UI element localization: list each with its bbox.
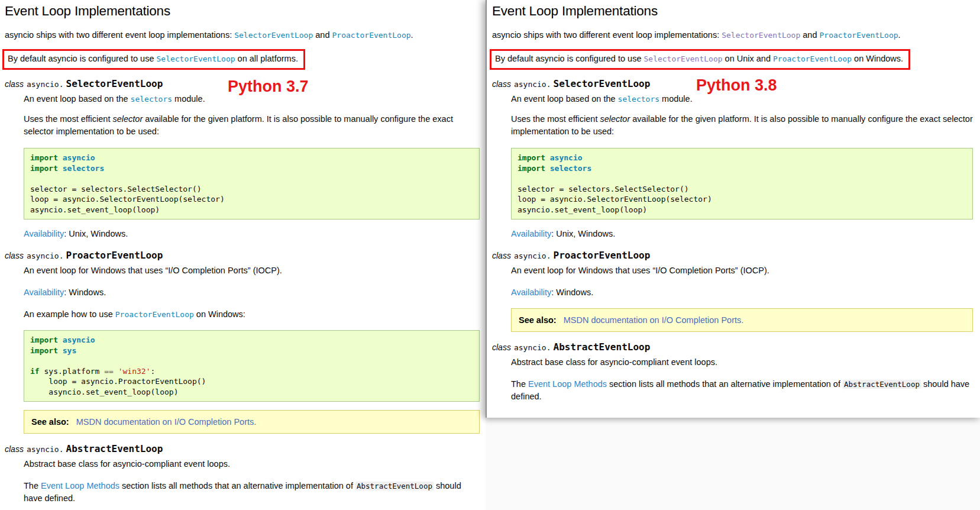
class-body: An event loop for Windows that uses “I/O…	[24, 264, 480, 434]
code-line: if sys.platform == 'win32':	[30, 366, 473, 377]
proactoreventloop-class-section: classasyncio.ProactorEventLoop An event …	[5, 250, 480, 434]
default-config-highlight-box: By default asyncio is configured to use …	[490, 49, 910, 70]
selector-emphasis: selector	[600, 114, 630, 124]
abstracteventloop-class-section: classasyncio.AbstractEventLoop Abstract …	[492, 341, 973, 403]
class-signature: classasyncio.AbstractEventLoop	[5, 443, 480, 455]
intro-paragraph: asyncio ships with two different event l…	[492, 29, 973, 41]
availability-link[interactable]: Availability	[511, 288, 551, 297]
seealso-box: See also:MSDN documentation on I/O Compl…	[24, 410, 480, 434]
availability-paragraph: Availability: Windows.	[24, 286, 480, 299]
code-line: asyncio.set_event_loop(loop)	[518, 205, 966, 215]
class-name: SelectorEventLoop	[554, 78, 651, 89]
code-line: selector = selectors.SelectSelector()	[30, 184, 473, 195]
class-signature: classasyncio.ProactorEventLoop	[5, 250, 480, 262]
msdn-iocp-link[interactable]: MSDN documentation on I/O Completion Por…	[564, 315, 744, 325]
proactoreventloop-link[interactable]: ProactorEventLoop	[820, 31, 898, 40]
proactoreventloop-link[interactable]: ProactorEventLoop	[115, 310, 194, 319]
class-keyword: class	[5, 251, 24, 260]
version-annotation: Python 3.8	[696, 77, 777, 93]
uses-text-pre: Uses the most efficient	[24, 114, 112, 124]
highlight-text-post: on all platforms.	[235, 54, 298, 63]
class-body: Abstract base class for asyncio-complian…	[511, 356, 973, 403]
class-signature: classasyncio.ProactorEventLoop	[492, 250, 973, 262]
selectoreventloop-link[interactable]: SelectorEventLoop	[234, 31, 313, 40]
selectoreventloop-link[interactable]: SelectorEventLoop	[643, 54, 722, 63]
availability-link[interactable]: Availability	[24, 229, 64, 238]
class-name: SelectorEventLoop	[66, 78, 163, 89]
code-line	[30, 356, 473, 366]
proactor-example-code-block: import asyncioimport sys if sys.platform…	[24, 330, 480, 402]
event-loop-methods-link[interactable]: Event Loop Methods	[528, 379, 607, 389]
selector-setup-code-block: import asyncioimport selectors selector …	[511, 148, 973, 220]
uses-paragraph: Uses the most efficient selector availab…	[511, 113, 973, 138]
proactoreventloop-link[interactable]: ProactorEventLoop	[773, 54, 852, 63]
event-loop-methods-link[interactable]: Event Loop Methods	[41, 481, 119, 490]
intro-text-mid: and	[800, 30, 819, 40]
proactoreventloop-link[interactable]: ProactorEventLoop	[332, 31, 411, 40]
abstracteventloop-inline-code: AbstractEventLoop	[355, 482, 434, 490]
code-line	[30, 173, 473, 184]
seealso-label: See also:	[519, 315, 557, 325]
methods-text-mid: section lists all methods that an altern…	[119, 481, 355, 490]
desc-text-pre: An event loop based on the	[511, 94, 618, 104]
page-title: Event Loop Implementations	[492, 4, 973, 19]
availability-paragraph: Availability: Unix, Windows.	[511, 228, 973, 240]
intro-text-post: .	[411, 30, 413, 40]
selectoreventloop-link[interactable]: SelectorEventLoop	[722, 31, 800, 40]
desc-text-pre: An event loop based on the	[24, 94, 131, 104]
panel-python-38: Event Loop Implementations asyncio ships…	[486, 0, 980, 418]
class-description: Abstract base class for asyncio-complian…	[24, 458, 480, 470]
class-prefix: asyncio.	[514, 343, 551, 352]
code-line: loop = asyncio.SelectorEventLoop(selecto…	[518, 194, 966, 205]
seealso-label: See also:	[31, 417, 69, 427]
methods-text-pre: The	[24, 481, 41, 490]
class-prefix: asyncio.	[514, 80, 551, 89]
code-line: asyncio.set_event_loop(loop)	[30, 387, 473, 398]
desc-text-post: module.	[172, 94, 205, 104]
methods-text-pre: The	[511, 379, 528, 389]
default-config-highlight-box: By default asyncio is configured to use …	[2, 49, 305, 70]
code-line: loop = asyncio.ProactorEventLoop()	[30, 376, 473, 387]
intro-text-pre: asyncio ships with two different event l…	[492, 30, 722, 40]
availability-paragraph: Availability: Windows.	[511, 286, 973, 299]
availability-link[interactable]: Availability	[511, 229, 551, 238]
proactoreventloop-class-section: classasyncio.ProactorEventLoop An event …	[492, 250, 973, 332]
availability-text: : Windows.	[64, 288, 106, 297]
selector-setup-code-block: import asyncioimport selectors selector …	[24, 148, 480, 220]
msdn-iocp-link[interactable]: MSDN documentation on I/O Completion Por…	[76, 417, 257, 427]
selectors-module-link[interactable]: selectors	[131, 95, 172, 104]
availability-link[interactable]: Availability	[24, 288, 64, 297]
availability-text: : Unix, Windows.	[551, 229, 615, 238]
panel-python-37: Event Loop Implementations asyncio ships…	[0, 0, 486, 510]
selectors-module-link[interactable]: selectors	[618, 95, 659, 104]
class-description: An event loop for Windows that uses “I/O…	[511, 264, 973, 277]
code-line	[518, 173, 966, 184]
class-prefix: asyncio.	[514, 251, 551, 260]
code-line: import selectors	[518, 163, 966, 174]
example-text-post: on Windows:	[194, 309, 245, 319]
class-description: Abstract base class for asyncio-complian…	[511, 356, 973, 369]
methods-paragraph: The Event Loop Methods section lists all…	[24, 480, 480, 505]
docs-comparison-canvas: Event Loop Implementations asyncio ships…	[0, 0, 980, 510]
class-keyword: class	[5, 79, 24, 89]
class-prefix: asyncio.	[27, 251, 64, 260]
class-keyword: class	[492, 79, 511, 89]
highlight-text-post: on Windows.	[852, 54, 903, 63]
uses-text-pre: Uses the most efficient	[511, 114, 600, 124]
availability-paragraph: Availability: Unix, Windows.	[24, 228, 480, 240]
selector-emphasis: selector	[112, 114, 143, 124]
intro-text-pre: asyncio ships with two different event l…	[5, 30, 234, 40]
class-keyword: class	[492, 251, 511, 260]
abstracteventloop-class-section: classasyncio.AbstractEventLoop Abstract …	[5, 443, 480, 505]
code-line: import asyncio	[30, 335, 473, 346]
intro-text-post: .	[898, 30, 901, 40]
code-line: asyncio.set_event_loop(loop)	[30, 205, 473, 215]
page-title: Event Loop Implementations	[5, 4, 480, 19]
desc-text-post: module.	[659, 94, 693, 104]
selectoreventloop-link[interactable]: SelectorEventLoop	[156, 54, 235, 63]
class-signature: classasyncio.AbstractEventLoop	[492, 341, 973, 353]
class-prefix: asyncio.	[27, 445, 64, 454]
selectoreventloop-class-section: classasyncio.SelectorEventLoop An event …	[5, 78, 480, 240]
class-description: An event loop based on the selectors mod…	[511, 93, 973, 105]
code-line: import sys	[30, 346, 473, 356]
